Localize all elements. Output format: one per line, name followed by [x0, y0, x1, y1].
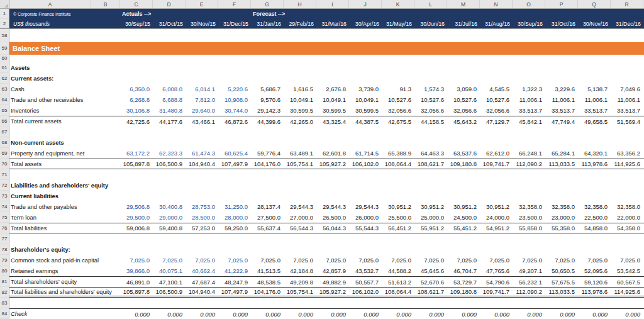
cell-C66[interactable]: 42,725.6: [120, 116, 153, 126]
column-header-K[interactable]: K: [382, 0, 414, 8]
cell-O81[interactable]: 56,232.1: [513, 277, 545, 287]
row-header-70[interactable]: 70: [0, 159, 9, 169]
cell-G80[interactable]: 41,513.5: [251, 266, 284, 276]
date-header-N2[interactable]: 31/Aug/16: [480, 19, 513, 28]
cell-J65[interactable]: 30,599.5: [349, 105, 382, 116]
cell-I66[interactable]: 43,325.4: [316, 116, 349, 126]
row-label-61[interactable]: Assets: [9, 62, 91, 73]
empty-cell-B73[interactable]: [91, 191, 120, 201]
date-header-E2[interactable]: 30/Nov/15: [186, 19, 218, 28]
cell-O63[interactable]: 1,322.3: [513, 84, 545, 94]
row-label-80[interactable]: Retained earnings: [9, 266, 91, 276]
row-label-62[interactable]: Current assets:: [9, 73, 91, 84]
cell-G69[interactable]: 59,776.4: [251, 148, 284, 159]
cell-C69[interactable]: 63,172.2: [120, 148, 153, 159]
cell-M76[interactable]: 55,451.2: [447, 223, 480, 233]
cell-J70[interactable]: 106,102.0: [349, 159, 382, 169]
cell-D69[interactable]: 62,323.3: [153, 148, 186, 159]
cell-C64[interactable]: 6,268.8: [120, 94, 153, 105]
empty-cell-B68[interactable]: [91, 137, 120, 148]
cell-I70[interactable]: 105,927.2: [316, 159, 349, 169]
date-header-J2[interactable]: 30/Apr/16: [349, 19, 382, 28]
cell-E65[interactable]: 29,640.0: [186, 105, 218, 116]
cell-G66[interactable]: 44,399.6: [251, 116, 284, 126]
cell-E84[interactable]: 0.000: [186, 309, 218, 319]
empty-cell-B72[interactable]: [91, 180, 120, 191]
cell-Q66[interactable]: 49,658.5: [578, 116, 611, 126]
cell-N75[interactable]: 24,000.0: [480, 212, 513, 223]
empty-cell-B79[interactable]: [91, 255, 120, 266]
cell-N70[interactable]: 109,741.7: [480, 159, 513, 169]
cell-J74[interactable]: 29,544.3: [349, 201, 382, 212]
cell-L69[interactable]: 64,463.3: [414, 148, 447, 159]
cell-F69[interactable]: 60,625.4: [218, 148, 251, 159]
cell-F70[interactable]: 107,497.9: [218, 159, 251, 169]
date-header-L2[interactable]: 30/Jun/16: [414, 19, 447, 28]
cell-F80[interactable]: 41,222.9: [218, 266, 251, 276]
cell-N63[interactable]: 4,545.5: [480, 84, 513, 94]
cell-I74[interactable]: 29,544.3: [316, 201, 349, 212]
cell-N82[interactable]: 109,741.7: [480, 288, 513, 296]
cell-F82[interactable]: 107,497.9: [218, 288, 251, 296]
cell-N81[interactable]: 54,790.6: [480, 277, 513, 287]
cell-K70[interactable]: 108,064.4: [382, 159, 414, 169]
column-header-A[interactable]: A: [9, 0, 91, 8]
cell-F76[interactable]: 59,250.0: [218, 223, 251, 233]
cell-K80[interactable]: 44,588.2: [382, 266, 414, 276]
cell-M70[interactable]: 109,180.8: [447, 159, 480, 169]
cell-D80[interactable]: 40,075.1: [153, 266, 186, 276]
cell-Q80[interactable]: 52,095.6: [578, 266, 611, 276]
cell-L79[interactable]: 7,025.0: [414, 255, 447, 266]
cell-D64[interactable]: 6,688.8: [153, 94, 186, 105]
cell-Q70[interactable]: 113,978.6: [578, 159, 611, 169]
row-header-82[interactable]: 82: [0, 287, 9, 298]
empty-cell-B65[interactable]: [91, 105, 120, 116]
cell-Q75[interactable]: 22,500.0: [578, 212, 611, 223]
cell-Q82[interactable]: 113,978.6: [578, 288, 611, 296]
cell-H82[interactable]: 105,754.1: [284, 288, 316, 296]
empty-cell-B70[interactable]: [91, 159, 120, 169]
empty-cell-B69[interactable]: [91, 148, 120, 159]
cell-G75[interactable]: 27,500.0: [251, 212, 284, 223]
cell-E74[interactable]: 28,753.0: [186, 201, 218, 212]
cell-L84[interactable]: 0.000: [414, 309, 447, 319]
cell-I75[interactable]: 26,500.0: [316, 212, 349, 223]
column-header-N[interactable]: N: [480, 0, 513, 8]
cell-R76[interactable]: 54,358.0: [611, 223, 643, 233]
cell-K65[interactable]: 32,056.6: [382, 105, 414, 116]
column-header-D[interactable]: D: [153, 0, 186, 8]
cell-L63[interactable]: 1,574.3: [414, 84, 447, 94]
row-label-73[interactable]: Current liabilities: [9, 191, 91, 201]
cell-D82[interactable]: 106,500.9: [153, 288, 186, 296]
cell-R80[interactable]: 53,542.5: [611, 266, 643, 276]
date-header-H2[interactable]: 29/Feb/16: [284, 19, 316, 28]
cell-J75[interactable]: 26,000.0: [349, 212, 382, 223]
row-header-84[interactable]: 84: [0, 308, 9, 319]
cell-L80[interactable]: 45,645.6: [414, 266, 447, 276]
row-label-64[interactable]: Trade and other receivables: [9, 94, 91, 105]
empty-cell-B63[interactable]: [91, 84, 120, 94]
cell-L81[interactable]: 52,670.6: [414, 277, 447, 287]
row-header-60[interactable]: 60: [0, 55, 9, 62]
cell-G63[interactable]: 5,686.7: [251, 84, 284, 94]
cell-C82[interactable]: 105,897.8: [120, 288, 153, 296]
empty-cell-B62[interactable]: [91, 73, 120, 84]
cell-D79[interactable]: 7,025.0: [153, 255, 186, 266]
column-header-C[interactable]: C: [120, 0, 153, 8]
cell-Q84[interactable]: 0.000: [578, 309, 611, 319]
cell-H84[interactable]: 0.000: [284, 309, 316, 319]
cell-H65[interactable]: 30,599.5: [284, 105, 316, 116]
row-label-76[interactable]: Total liabilities: [9, 223, 91, 233]
section-title[interactable]: Balance Sheet: [9, 45, 60, 52]
cell-M63[interactable]: 3,059.0: [447, 84, 480, 94]
cell-H75[interactable]: 27,000.0: [284, 212, 316, 223]
cell-H79[interactable]: 7,025.0: [284, 255, 316, 266]
cell-G64[interactable]: 9,570.6: [251, 94, 284, 105]
cell-R63[interactable]: 7,049.6: [611, 84, 643, 94]
units-cell[interactable]: US$ thousands: [9, 19, 91, 28]
empty-cell-B2[interactable]: [91, 19, 120, 28]
cell-E63[interactable]: 6,014.1: [186, 84, 218, 94]
cell-J76[interactable]: 55,544.3: [349, 223, 382, 233]
cell-K76[interactable]: 56,451.2: [382, 223, 414, 233]
row-header-63[interactable]: 63: [0, 84, 9, 94]
